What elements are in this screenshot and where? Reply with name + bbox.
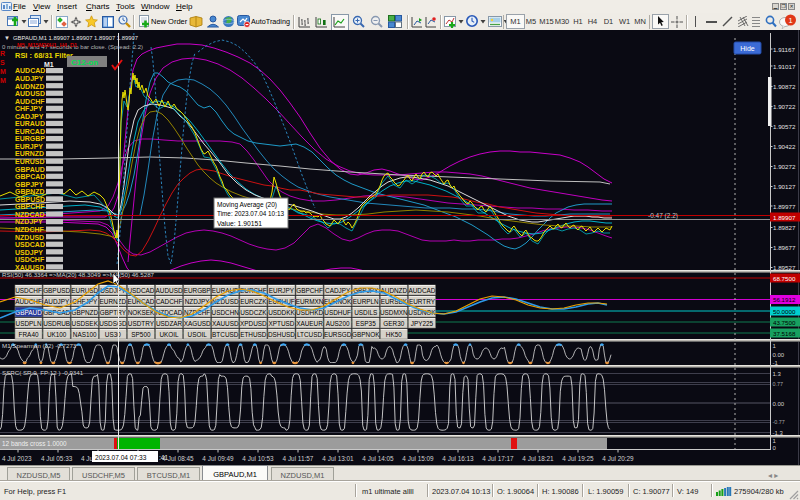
svg-text:USDCHF: USDCHF: [15, 287, 42, 294]
svg-text:USDPLN: USDPLN: [16, 320, 42, 327]
svg-text:SSRC( SR:9, FP:12 ) -0.9341: SSRC( SR:9, FP:12 ) -0.9341: [2, 369, 84, 376]
svg-text:AUDUSD: AUDUSD: [156, 287, 183, 294]
svg-text:CADCHF: CADCHF: [156, 298, 183, 305]
svg-text:0.00: 0.00: [773, 401, 785, 407]
svg-text:▼: ▼: [4, 35, 10, 41]
svg-text:USDZAR: USDZAR: [156, 320, 183, 327]
svg-text:EURNZD: EURNZD: [100, 298, 127, 305]
svg-text::41: :41: [159, 454, 168, 461]
svg-text:AUDCAD: AUDCAD: [408, 287, 435, 294]
svg-text:HK50: HK50: [386, 331, 402, 338]
svg-text:NOKSEK: NOKSEK: [128, 309, 155, 316]
svg-text:Moving Average (20): Moving Average (20): [217, 201, 277, 209]
svg-text:USDCAD: USDCAD: [15, 241, 45, 248]
svg-text:4 Jul 10:53: 4 Jul 10:53: [242, 455, 274, 462]
svg-text:4 Jul 18:21: 4 Jul 18:21: [522, 455, 554, 462]
svg-text:4 Jul 19:25: 4 Jul 19:25: [562, 455, 594, 462]
svg-text:GBPCHF: GBPCHF: [296, 287, 323, 294]
svg-text:GBPNZD: GBPNZD: [15, 188, 45, 195]
svg-text:USDRUB: USDRUB: [43, 320, 70, 327]
svg-text:4 Jul 14:05: 4 Jul 14:05: [362, 455, 394, 462]
svg-text:XAGUSD: XAGUSD: [184, 320, 211, 327]
svg-text:AUDNZD: AUDNZD: [15, 83, 45, 90]
svg-text:USDILS: USDILS: [354, 309, 377, 316]
svg-text:XPTUSD: XPTUSD: [268, 320, 294, 327]
svg-text:1.3: 1.3: [773, 371, 782, 377]
svg-text:M5_M15M30H1_H4_D1: M5_M15M30H1_H4_D1: [17, 42, 78, 48]
svg-text:1.90422: 1.90422: [773, 143, 796, 150]
svg-text:FRA40: FRA40: [19, 331, 39, 338]
svg-text:EURUSD: EURUSD: [15, 158, 45, 165]
svg-text:NZDJPY: NZDJPY: [15, 218, 43, 225]
svg-text:USDCHN: USDCHN: [212, 309, 240, 316]
svg-text:NZDCHF: NZDCHF: [15, 226, 44, 233]
svg-text:68.7500: 68.7500: [773, 275, 796, 282]
svg-text:USDTRY: USDTRY: [128, 320, 155, 327]
svg-text:AUDUSD: AUDUSD: [15, 90, 45, 97]
svg-text:Time: 2023.07.04 10:13: Time: 2023.07.04 10:13: [217, 210, 285, 217]
svg-text:USDCZK: USDCZK: [240, 309, 267, 316]
svg-text:1.90272: 1.90272: [773, 163, 796, 170]
svg-text:1.89527: 1.89527: [773, 264, 796, 271]
svg-text:4 Jul 17:17: 4 Jul 17:17: [482, 455, 514, 462]
svg-text:AUDJPY: AUDJPY: [15, 75, 44, 82]
svg-text:4 Jul 2023: 4 Jul 2023: [2, 455, 32, 462]
svg-text:4 Jul 11:57: 4 Jul 11:57: [283, 455, 314, 462]
svg-text:4 Jul 09:49: 4 Jul 09:49: [202, 455, 234, 462]
svg-text:RSI : 68/31 Filter: RSI : 68/31 Filter: [15, 51, 73, 60]
svg-text:XAUEUR: XAUEUR: [296, 320, 323, 327]
svg-text:JPY225: JPY225: [411, 320, 434, 327]
svg-text:12 bands cross 1.0000: 12 bands cross 1.0000: [2, 440, 67, 447]
svg-text:0.77: 0.77: [773, 381, 784, 387]
svg-text:GBPAUD,M1 1.89907 1.89907 1.8: GBPAUD,M1 1.89907 1.89907 1.89907 1.8990…: [13, 34, 139, 41]
svg-text:USDDKK: USDDKK: [268, 309, 295, 316]
svg-text:4 Jul 20:29: 4 Jul 20:29: [602, 455, 634, 462]
svg-text:EURCAD: EURCAD: [15, 128, 45, 135]
svg-text:1.91167: 1.91167: [773, 46, 795, 53]
svg-text:EURGBP: EURGBP: [184, 287, 211, 294]
svg-text:BTCUSD: BTCUSD: [212, 331, 239, 338]
svg-text:M1: M1: [44, 61, 54, 68]
svg-text:RSI(50) 46.3364 =>MA(20) 48.3: RSI(50) 46.3364 =>MA(20) 48.3049 =>MA(50…: [2, 271, 155, 278]
svg-text:GBPUSD: GBPUSD: [15, 196, 45, 203]
svg-text:4 Jul 15:09: 4 Jul 15:09: [402, 455, 434, 462]
svg-text:EURGBP: EURGBP: [15, 135, 45, 142]
svg-text:ESP35: ESP35: [356, 320, 376, 327]
svg-text:1.90127: 1.90127: [773, 183, 796, 190]
svg-text:M: M: [0, 77, 6, 84]
svg-text:M1 Spearman (12) -0.7273: M1 Spearman (12) -0.7273: [2, 342, 77, 349]
svg-text:NAS100: NAS100: [73, 331, 97, 338]
svg-text:C12-on: C12-on: [71, 58, 98, 67]
svg-text:1.89977: 1.89977: [773, 203, 796, 210]
svg-text:NZDCHF: NZDCHF: [184, 309, 210, 316]
svg-text:GBPUSD: GBPUSD: [43, 287, 70, 294]
svg-text:50.0000: 50.0000: [773, 308, 796, 315]
svg-text:EURAUD: EURAUD: [15, 120, 45, 127]
svg-text:XAUUSD: XAUUSD: [212, 320, 239, 327]
svg-text:ETHUSD: ETHUSD: [240, 331, 267, 338]
svg-text:GBPNOK: GBPNOK: [352, 331, 380, 338]
svg-text:EURUSD: EURUSD: [71, 287, 98, 294]
svg-text:XPDUSD: XPDUSD: [240, 320, 267, 327]
svg-text:GER30: GER30: [383, 320, 404, 327]
svg-text:EURMXN: EURMXN: [296, 298, 324, 305]
svg-text:USDMXN: USDMXN: [380, 309, 408, 316]
svg-text:USOIL: USOIL: [188, 331, 208, 338]
svg-text:1.89827: 1.89827: [773, 224, 796, 231]
svg-text:-1.3: -1.3: [773, 430, 784, 436]
svg-text:USDSEK: USDSEK: [72, 320, 99, 327]
svg-text:EURJPY: EURJPY: [269, 287, 295, 294]
svg-text:EURTRY: EURTRY: [409, 298, 436, 305]
svg-text:USDCHF: USDCHF: [15, 256, 45, 263]
svg-text:EURSGD: EURSGD: [324, 331, 352, 338]
svg-text:S: S: [0, 59, 5, 66]
svg-text:USDHUF: USDHUF: [324, 309, 351, 316]
svg-text:EURNZD: EURNZD: [15, 150, 44, 157]
svg-text:4 Jul 16:13: 4 Jul 16:13: [442, 455, 474, 462]
svg-text:4 Jul 13:01: 4 Jul 13:01: [322, 455, 354, 462]
svg-text:-1: -1: [773, 360, 779, 366]
svg-text:Value: 1.90151: Value: 1.90151: [217, 220, 263, 227]
svg-text:GBPTRY: GBPTRY: [100, 309, 127, 316]
svg-text:GBPAUD: GBPAUD: [15, 166, 45, 173]
svg-text:XAUUSD: XAUUSD: [15, 264, 45, 271]
